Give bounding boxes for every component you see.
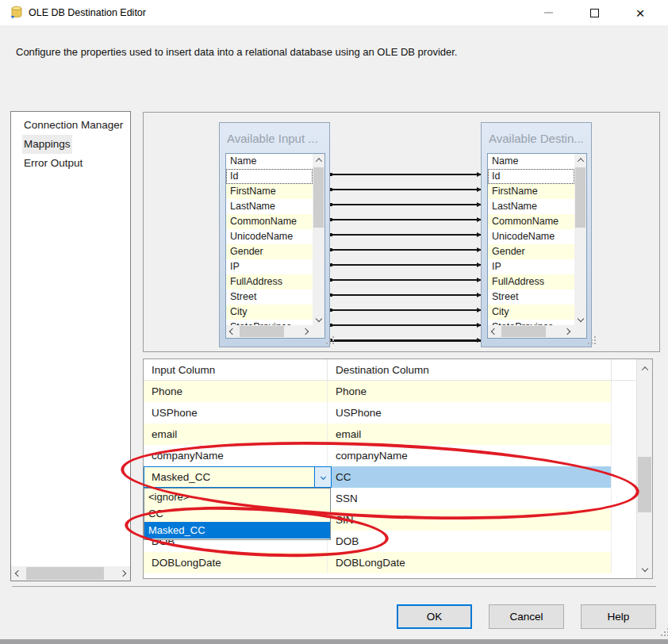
scrollbar-thumb[interactable] [26,567,104,580]
list-item[interactable]: UnicodeName [488,229,574,244]
window-title: OLE DB Destination Editor [29,0,146,25]
destination-cell[interactable]: DOBLongDate [328,552,612,573]
resize-grip-icon[interactable] [588,343,589,344]
nav-item-connection-manager[interactable]: Connection Manager [11,116,130,135]
list-item[interactable]: City [488,305,574,320]
destination-cell[interactable]: Phone [328,381,612,402]
list-item[interactable]: FirstName [226,184,313,199]
mapping-connections [330,113,481,351]
mapping-connection-line[interactable] [330,249,481,251]
list-item[interactable]: Street [488,289,574,305]
combobox-dropdown-button[interactable] [314,467,331,487]
mapping-row: USPhone USPhone [144,402,652,424]
destination-cell[interactable]: DOB [328,531,612,552]
scroll-right-button[interactable] [116,566,130,581]
destination-cell[interactable]: companyName [328,445,612,466]
scroll-up-button[interactable] [313,154,324,167]
nav-item-mappings[interactable]: Mappings [11,135,130,154]
mapping-connection-line[interactable] [330,219,481,220]
page-list-panel: Connection Manager Mappings Error Output [10,111,131,581]
cancel-button[interactable]: Cancel [489,604,564,629]
input-column-combobox[interactable]: Masked_CC [144,466,332,488]
ok-button[interactable]: OK [397,604,472,629]
mapping-connection-line[interactable] [330,294,481,296]
chevron-left-icon [229,328,236,335]
scroll-down-button[interactable] [313,312,324,325]
mapping-connection-line[interactable] [330,204,481,205]
mapping-connection-line[interactable] [330,324,481,326]
available-input-columns-box[interactable]: Available Input ... Name Id FirstName La… [219,122,330,347]
destination-cell-selected[interactable]: CC [328,466,612,488]
list-item[interactable]: Id [226,169,313,184]
mapping-connection-line[interactable] [330,309,481,311]
destination-list-vertical-scrollbar[interactable] [574,154,586,325]
scroll-right-button[interactable] [561,325,574,338]
mapping-connection-line[interactable] [330,234,481,236]
input-list-vertical-scrollbar[interactable] [313,154,324,325]
input-list-horizontal-scrollbar[interactable] [226,325,324,338]
destination-cell[interactable]: SSN [328,488,612,509]
scroll-left-button[interactable] [488,325,501,338]
scrollbar-thumb[interactable] [638,457,651,512]
nav-item-error-output[interactable]: Error Output [11,154,130,173]
destination-cell[interactable]: USPhone [328,402,612,424]
input-cell[interactable]: USPhone [144,402,328,424]
nav-horizontal-scrollbar[interactable] [11,566,130,581]
chevron-up-icon [577,158,583,164]
list-item[interactable]: LastName [226,199,313,214]
dropdown-item-ignore[interactable]: <ignore> [144,489,330,505]
list-item[interactable]: IP [488,259,574,274]
destination-cell[interactable]: SIN [328,509,612,531]
available-destination-columns-box[interactable]: Available Destin... Name Id FirstName La… [481,122,592,347]
list-item[interactable]: Gender [226,244,313,259]
input-cell[interactable]: DOBLongDate [144,552,328,573]
resize-grip-icon[interactable] [326,343,328,344]
input-cell[interactable]: Phone [144,381,328,402]
list-item[interactable]: Id [488,169,574,184]
list-item[interactable]: City [226,305,313,320]
scrollbar-thumb[interactable] [313,167,324,228]
maximize-icon [590,9,599,17]
list-item[interactable]: FullAddress [226,274,313,289]
list-item[interactable]: FirstName [488,184,574,199]
input-cell[interactable]: email [144,424,328,445]
window-bottom-edge [0,639,668,644]
list-item[interactable]: Street [226,289,313,305]
dropdown-item-cc[interactable]: CC [144,505,330,522]
destination-cell[interactable]: email [328,424,612,445]
scroll-left-button[interactable] [11,566,25,581]
mapping-connection-line[interactable] [330,189,481,190]
list-item[interactable]: UnicodeName [226,229,313,244]
destination-list-horizontal-scrollbar[interactable] [488,325,586,338]
scroll-down-button[interactable] [574,312,586,325]
scroll-left-button[interactable] [226,325,239,338]
mapping-connection-line[interactable] [330,174,481,175]
mapping-connection-line[interactable] [330,264,481,266]
chevron-right-icon [120,570,126,577]
list-item[interactable]: FullAddress [488,274,574,289]
window-resize-grip-icon[interactable] [661,634,662,636]
maximize-button[interactable] [571,0,617,25]
scroll-down-button[interactable] [637,561,652,577]
scrollbar-thumb[interactable] [240,326,284,337]
dropdown-item-masked-cc-selected[interactable]: Masked_CC [144,522,330,539]
scrollbar-thumb[interactable] [501,326,546,337]
list-item[interactable]: CommonName [488,214,574,229]
mapping-connection-line[interactable] [330,279,481,281]
list-item[interactable]: Gender [488,244,574,259]
list-item[interactable]: CommonName [226,214,313,229]
grid-vertical-scrollbar[interactable] [636,359,652,578]
scrollbar-thumb[interactable] [575,167,585,228]
mapping-connection-line[interactable] [330,339,481,342]
scroll-up-button[interactable] [637,361,652,377]
scroll-right-button[interactable] [299,325,312,338]
destination-column-header: Destination Column [328,359,612,381]
combobox-value: Masked_CC [144,467,314,487]
close-button[interactable]: × [617,0,663,25]
help-button[interactable]: Help [581,604,656,629]
list-item[interactable]: LastName [488,199,574,214]
list-item[interactable]: IP [226,259,313,274]
scroll-up-button[interactable] [574,154,586,167]
minimize-button[interactable] [525,0,571,25]
input-cell[interactable]: companyName [144,445,328,466]
